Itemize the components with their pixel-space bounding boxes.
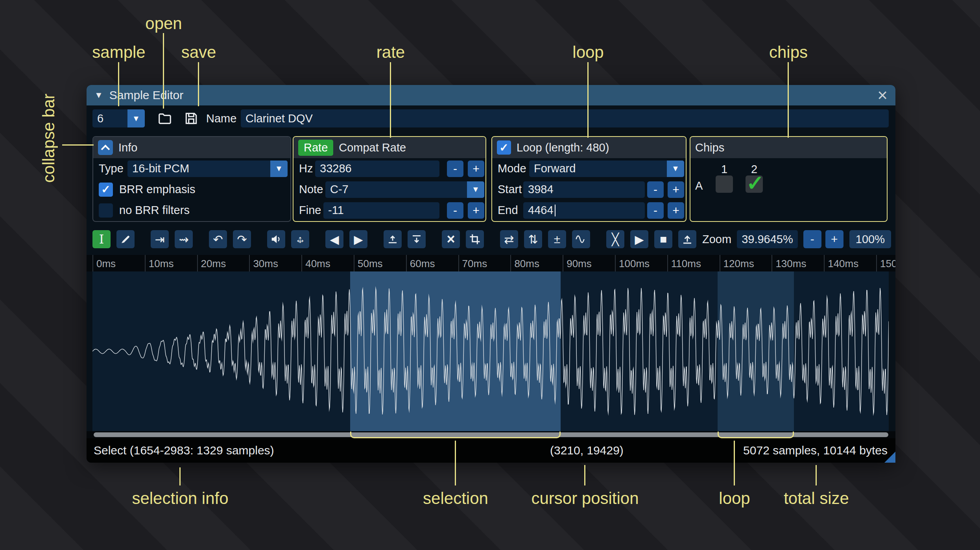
brr-emphasis-checkbox[interactable]: ✓	[99, 183, 113, 197]
undo-button[interactable]: ↶	[209, 230, 227, 248]
zoom-input[interactable]: 39.9645%	[737, 230, 798, 248]
window-collapse-icon[interactable]: ▼	[94, 90, 103, 100]
titlebar[interactable]: ▼ Sample Editor ×	[87, 85, 895, 105]
no-brr-filters-label: no BRR filters	[119, 204, 190, 217]
sign-invert-button[interactable]: ±	[548, 230, 566, 248]
fine-input[interactable]: -11	[323, 202, 439, 219]
timeline-label: 80ms	[510, 255, 539, 271]
rate-mode-button[interactable]: Rate	[298, 140, 333, 156]
normalize-icon: ↕	[291, 230, 309, 248]
type-dropdown-icon[interactable]: ▼	[270, 161, 288, 177]
redo-button[interactable]: ↷	[233, 230, 251, 248]
timeline-label: 20ms	[197, 255, 226, 271]
chip-row-a-label: A	[695, 179, 703, 192]
zoom-out-button[interactable]: -	[803, 230, 821, 248]
draw-mode-button[interactable]	[116, 230, 135, 248]
edit-mode-button[interactable]: I	[92, 230, 111, 248]
loop-mode-selector[interactable]: Forward ▼	[529, 161, 684, 177]
apply-silence-button[interactable]	[408, 230, 426, 248]
no-brr-filters-checkbox[interactable]	[99, 203, 113, 218]
window-resize-grip[interactable]	[884, 452, 895, 463]
normalize-button[interactable]: ↔ ↕	[291, 230, 309, 248]
hz-label: Hz	[299, 162, 313, 175]
waveform-canvas[interactable]	[92, 271, 889, 431]
loop-start-input[interactable]: 3984	[523, 181, 645, 198]
reverse-button[interactable]: ⇄	[500, 230, 518, 248]
loop-panel-title: Loop (length: 480)	[517, 141, 609, 154]
loop-start-increase-button[interactable]: +	[668, 181, 684, 198]
type-selector-value: 16-bit PCM	[132, 162, 189, 175]
sign-invert-icon: ±	[554, 233, 560, 246]
invert-button[interactable]: ⇅	[524, 230, 542, 248]
chip-a1-checkbox[interactable]	[716, 175, 733, 193]
zoom-in-button[interactable]: +	[825, 230, 843, 248]
loop-end-decrease-button[interactable]: -	[647, 202, 664, 219]
trim-button[interactable]	[466, 230, 484, 248]
collapse-bar-button[interactable]	[98, 140, 113, 155]
hz-increase-button[interactable]: +	[468, 161, 484, 177]
annotation-loop-bottom: loop	[719, 489, 750, 508]
resize-button[interactable]: ⇥	[151, 230, 169, 248]
fine-increase-button[interactable]: +	[468, 202, 484, 219]
hz-input[interactable]: 33286	[315, 161, 439, 177]
stop-preview-button[interactable]: ■	[654, 230, 672, 248]
timeline-label: 90ms	[563, 255, 592, 271]
reverse-icon: ⇄	[504, 233, 514, 246]
rate-panel-title: Compat Rate	[339, 141, 406, 154]
fade-out-button[interactable]: ▶	[349, 230, 367, 248]
waveform-view[interactable]	[92, 271, 889, 431]
chips-panel: Chips 1 2 A ✓	[690, 136, 888, 222]
sample-selector-value: 6	[97, 112, 103, 125]
insert-silence-button[interactable]	[384, 230, 402, 248]
export-button[interactable]	[678, 230, 696, 248]
close-icon[interactable]: ×	[877, 87, 888, 104]
mode-label: Mode	[498, 162, 526, 175]
annotation-chips: chips	[769, 43, 808, 62]
status-cursor-position: (3210, 19429)	[550, 438, 624, 463]
loop-end-input[interactable]: 4464	[523, 202, 645, 219]
loop-start-label: Start	[498, 183, 522, 196]
loop-checkbox[interactable]: ✓	[497, 140, 511, 155]
timeline-ruler[interactable]: 0ms10ms20ms30ms40ms50ms60ms70ms80ms90ms1…	[87, 255, 895, 271]
window-title: Sample Editor	[109, 89, 183, 102]
loop-end-increase-button[interactable]: +	[668, 202, 684, 219]
brr-emphasis-label: BRR emphasis	[119, 183, 195, 196]
fade-out-icon: ▶	[354, 233, 363, 246]
sample-selector-dropdown-icon[interactable]: ▼	[127, 109, 145, 127]
loop-end-value: 4464	[528, 204, 554, 217]
zoom-reset-button[interactable]: 100%	[849, 230, 891, 248]
status-selection-info: Select (1654-2983: 1329 samples)	[94, 438, 274, 463]
resample-button[interactable]: ⇝	[175, 230, 193, 248]
speaker-icon	[270, 233, 282, 245]
fade-in-button[interactable]: ◀	[325, 230, 343, 248]
annotation-cursor-position: cursor position	[531, 489, 639, 508]
loop-start-decrease-button[interactable]: -	[647, 181, 664, 198]
amplify-button[interactable]	[267, 230, 285, 248]
type-selector[interactable]: 16-bit PCM ▼	[127, 161, 288, 177]
delete-button[interactable]: ×	[442, 230, 460, 248]
note-dropdown-icon[interactable]: ▼	[467, 181, 484, 198]
play-preview-button[interactable]: ▶	[630, 230, 648, 248]
info-panel-title: Info	[118, 141, 137, 154]
filter-button[interactable]	[572, 230, 590, 248]
zoom-input-value: 39.9645%	[742, 233, 793, 246]
name-input[interactable]: Clarinet DQV	[241, 109, 889, 127]
open-button[interactable]	[156, 109, 173, 127]
annotation-collapse-bar: collapse bar	[39, 94, 58, 183]
annotation-line-sample	[118, 62, 119, 106]
sample-selector[interactable]: 6 ▼	[92, 109, 145, 127]
hz-decrease-button[interactable]: -	[447, 161, 463, 177]
loop-mode-dropdown-icon[interactable]: ▼	[667, 161, 684, 177]
timeline-label: 130ms	[771, 255, 806, 271]
save-button[interactable]	[183, 109, 200, 127]
note-selector[interactable]: C-7 ▼	[325, 181, 484, 198]
crossfade-button[interactable]: ╳	[606, 230, 624, 248]
timeline-label: 140ms	[824, 255, 858, 271]
timeline-label: 110ms	[667, 255, 701, 271]
annotation-line-open	[163, 33, 164, 109]
annotation-bracket-selection	[350, 432, 561, 438]
timeline-label: 30ms	[249, 255, 278, 271]
chip-a2-checkbox[interactable]: ✓	[746, 175, 763, 193]
timeline-label: 150ms	[876, 255, 895, 271]
fine-decrease-button[interactable]: -	[447, 202, 463, 219]
